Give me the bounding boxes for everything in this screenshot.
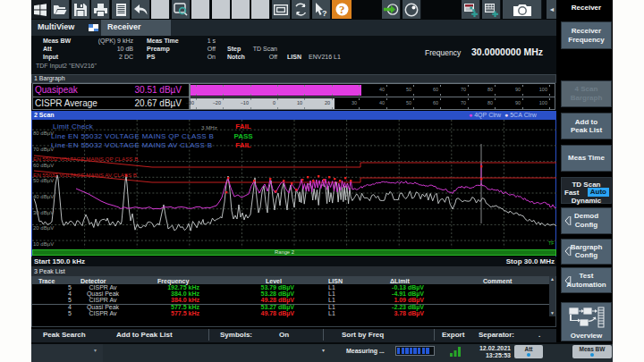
svg-text:?: ?: [322, 9, 327, 17]
svg-text:?: ?: [339, 3, 345, 16]
